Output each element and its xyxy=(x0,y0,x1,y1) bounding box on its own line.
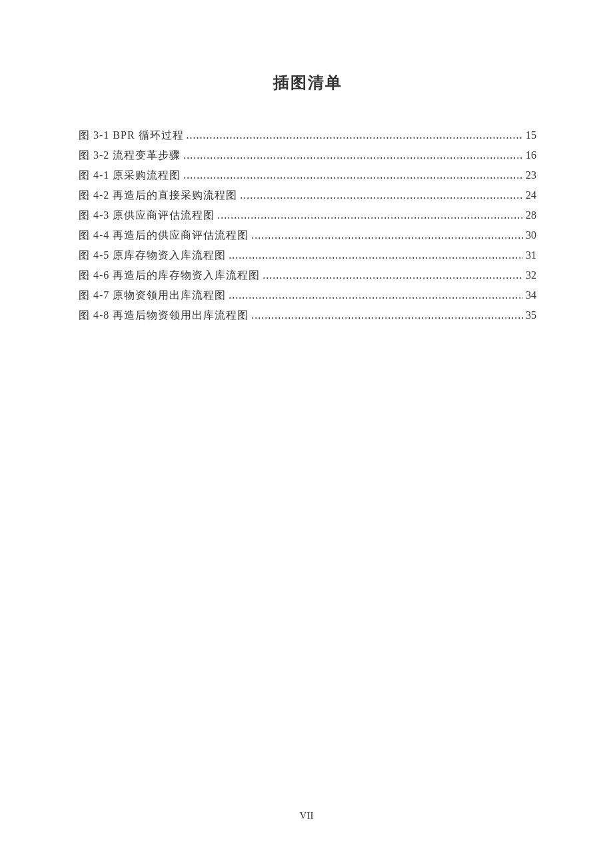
toc-entry-page: 24 xyxy=(526,185,536,205)
toc-leader xyxy=(251,305,523,325)
toc-entry-label: 图 4-5 原库存物资入库流程图 xyxy=(79,245,226,265)
toc-entry: 图 3-1 BPR 循环过程 15 xyxy=(79,125,536,145)
toc-entry-label: 图 3-2 流程变革步骤 xyxy=(79,145,181,165)
toc-leader xyxy=(217,205,523,225)
toc-entry: 图 4-8 再造后物资领用出库流程图 35 xyxy=(79,305,536,325)
toc-entry-label: 图 4-6 再造后的库存物资入库流程图 xyxy=(79,265,260,285)
toc-list: 图 3-1 BPR 循环过程 15 图 3-2 流程变革步骤 16 图 4-1 … xyxy=(79,125,536,325)
page-container: 插图清单 图 3-1 BPR 循环过程 15 图 3-2 流程变革步骤 16 图… xyxy=(0,0,613,325)
toc-entry-page: 30 xyxy=(526,225,536,245)
toc-leader xyxy=(263,265,523,285)
toc-leader xyxy=(187,125,523,145)
toc-entry-page: 15 xyxy=(526,125,536,145)
toc-entry-page: 16 xyxy=(526,145,536,165)
toc-entry-label: 图 4-3 原供应商评估流程图 xyxy=(79,205,215,225)
toc-entry-page: 23 xyxy=(526,165,536,185)
toc-leader xyxy=(183,165,523,185)
toc-entry-label: 图 3-1 BPR 循环过程 xyxy=(79,125,184,145)
toc-entry: 图 4-5 原库存物资入库流程图 31 xyxy=(79,245,536,265)
toc-entry-page: 31 xyxy=(526,245,536,265)
toc-entry-label: 图 4-7 原物资领用出库流程图 xyxy=(79,285,226,305)
toc-entry: 图 3-2 流程变革步骤 16 xyxy=(79,145,536,165)
toc-entry-label: 图 4-2 再造后的直接采购流程图 xyxy=(79,185,237,205)
toc-leader xyxy=(251,225,523,245)
toc-leader xyxy=(229,245,523,265)
toc-entry-page: 35 xyxy=(526,305,536,325)
toc-entry-label: 图 4-8 再造后物资领用出库流程图 xyxy=(79,305,249,325)
page-title: 插图清单 xyxy=(79,72,536,93)
toc-entry-label: 图 4-1 原采购流程图 xyxy=(79,165,181,185)
toc-entry: 图 4-1 原采购流程图 23 xyxy=(79,165,536,185)
toc-leader xyxy=(240,185,523,205)
toc-entry: 图 4-3 原供应商评估流程图 28 xyxy=(79,205,536,225)
toc-entry-page: 32 xyxy=(526,265,536,285)
toc-entry-label: 图 4-4 再造后的供应商评估流程图 xyxy=(79,225,249,245)
toc-entry: 图 4-4 再造后的供应商评估流程图 30 xyxy=(79,225,536,245)
toc-entry-page: 34 xyxy=(526,285,536,305)
toc-entry: 图 4-7 原物资领用出库流程图 34 xyxy=(79,285,536,305)
toc-entry: 图 4-6 再造后的库存物资入库流程图 32 xyxy=(79,265,536,285)
page-number: VII xyxy=(0,810,613,821)
toc-leader xyxy=(229,285,523,305)
toc-entry: 图 4-2 再造后的直接采购流程图 24 xyxy=(79,185,536,205)
toc-leader xyxy=(183,145,523,165)
toc-entry-page: 28 xyxy=(526,205,536,225)
